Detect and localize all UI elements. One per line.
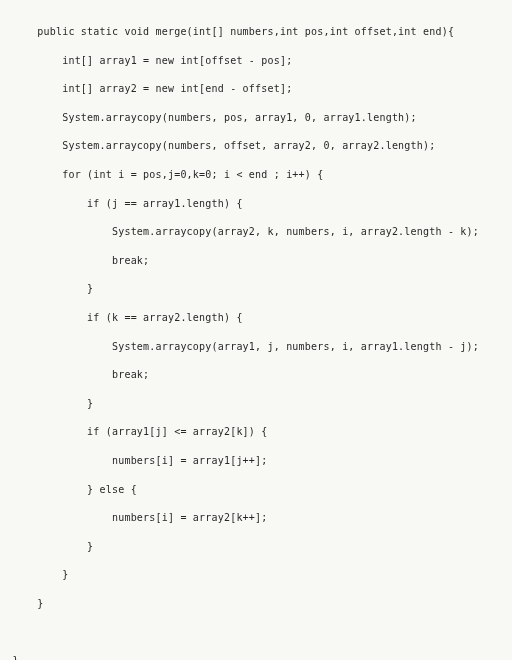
code-block: public static void merge(int[] numbers,i… — [0, 0, 512, 660]
code-content: public static void merge(int[] numbers,i… — [0, 26, 479, 660]
